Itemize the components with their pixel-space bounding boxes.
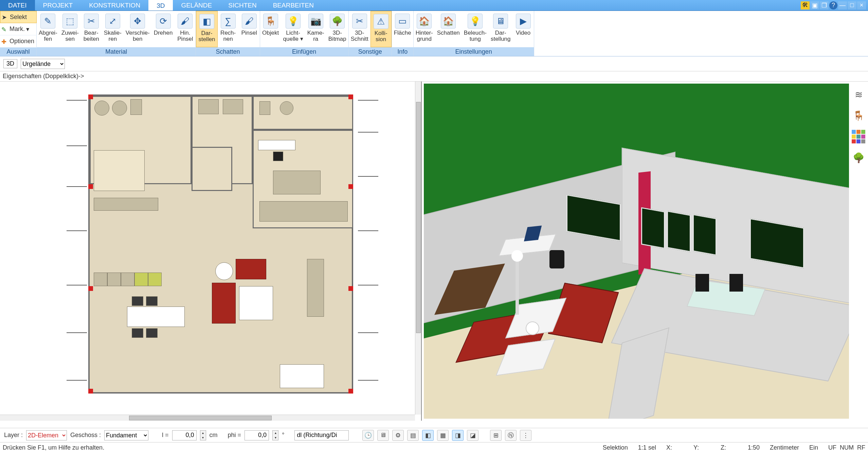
layer-select[interactable]: 2D-Elemen: [26, 430, 67, 440]
properties-hint-bar[interactable]: Eigenschaften (Doppelklick)->: [0, 71, 868, 82]
menu-tab-sichten[interactable]: SICHTEN: [220, 0, 265, 11]
window-icon-1[interactable]: ▣: [810, 1, 819, 10]
tool-clock-icon[interactable]: 🕒: [362, 430, 374, 441]
verschieben-icon: ✥: [130, 14, 145, 29]
minimize-icon[interactable]: —: [838, 1, 847, 10]
group-label-einstellungen: Einstellungen: [414, 47, 534, 56]
ribbon-group-sonstige: ✂3D- Schnitt⚠Kolli- sion Sonstige: [349, 11, 392, 56]
darstellen-icon: ◧: [199, 14, 214, 29]
status-selection: Selektion: [603, 444, 628, 451]
kitchen-unit-3: [121, 273, 134, 286]
ribbon-verschieben-button[interactable]: ✥Verschie- ben: [124, 11, 152, 47]
ribbon-skalieren-button[interactable]: ⤢Skalie- ren: [102, 11, 124, 47]
storey-select[interactable]: Fundament: [104, 430, 148, 440]
tree-icon[interactable]: 🌳: [852, 151, 865, 164]
lichtquelle-icon: 💡: [286, 14, 301, 29]
ribbon-hinpinsel-button[interactable]: 🖌Hin. Pinsel: [175, 11, 196, 47]
menu-tab-gelaende[interactable]: GELÄNDE: [173, 0, 220, 11]
ribbon-3dbitmap-button[interactable]: 🌳3D- Bitmap: [326, 11, 348, 47]
menu-tab-konstruktion[interactable]: KONSTRUKTION: [81, 0, 148, 11]
drehen-icon: ⟳: [156, 14, 171, 29]
tool-north-icon[interactable]: Ⓝ: [505, 430, 517, 441]
mark-tool-button[interactable]: ✎ Mark. ▾: [0, 23, 37, 35]
ribbon-drehen-button[interactable]: ⟳Drehen: [152, 11, 175, 47]
ribbon-zuweisen-button[interactable]: ⬚Zuwei- sen: [59, 11, 81, 47]
select-tool-button[interactable]: ➤ Selekt: [0, 11, 37, 23]
kitchen-unit-4: [134, 273, 148, 286]
scrollbar-horizontal-2d[interactable]: [0, 415, 415, 421]
pinsel-icon: 🖌: [242, 14, 257, 29]
menu-tab-3d[interactable]: 3D: [148, 0, 173, 11]
direction-input[interactable]: [294, 430, 349, 440]
3d-scene[interactable]: [424, 84, 862, 419]
tool-stack-icon[interactable]: ▤: [407, 430, 419, 441]
sub-toolbar: 3D Urgelände: [0, 56, 868, 71]
plan-2d-viewport[interactable]: [0, 82, 422, 421]
ribbon-darstellen-button[interactable]: ◧Dar- stellen: [196, 11, 217, 47]
ribbon-kollision-button[interactable]: ⚠Kolli- sion: [370, 11, 392, 47]
furniture-bed-2: [273, 171, 321, 194]
tool-layers-toggle[interactable]: ◧: [422, 430, 434, 441]
tool-planes-toggle[interactable]: ◨: [452, 430, 464, 441]
menu-tab-projekt[interactable]: PROJEKT: [35, 0, 81, 11]
floor-plan[interactable]: [34, 85, 374, 404]
tool-gears-icon[interactable]: ⚙: [392, 430, 404, 441]
tool-shade-icon[interactable]: ◪: [467, 430, 478, 441]
ribbon-3dschnitt-button[interactable]: ✂3D- Schnitt: [349, 11, 370, 47]
ribbon-objekt-button[interactable]: 🪑Objekt: [260, 11, 281, 47]
ribbon-flaeche-button[interactable]: ▭Fläche: [392, 11, 413, 47]
furniture-icon[interactable]: 🪑: [852, 109, 865, 122]
ribbon-bearbeiten-button[interactable]: ✂Bear- beiten: [81, 11, 102, 47]
mark-icon: ✎: [1, 26, 8, 33]
furniture-shelving: [259, 201, 348, 222]
ribbon-schatten2-button[interactable]: 🏠Schatten: [435, 11, 462, 47]
ribbon-darstellung-button[interactable]: 🖥Dar- stellung: [489, 11, 513, 47]
pinsel-label: Pinsel: [241, 30, 257, 36]
options-button[interactable]: ✚ Optionen: [0, 35, 37, 48]
ribbon-pinsel-button[interactable]: 🖌Pinsel: [239, 11, 260, 47]
maximize-icon[interactable]: □: [848, 1, 856, 10]
layers-icon[interactable]: ≋: [852, 88, 865, 101]
ribbon-group-auswahl: ➤ Selekt ✎ Mark. ▾ ✚ Optionen Auswahl: [0, 11, 37, 56]
view-mode-badge[interactable]: 3D: [3, 59, 17, 68]
furniture-sofa-red-l: [212, 283, 236, 324]
terrain-layer-select[interactable]: Urgelände: [21, 59, 65, 69]
furniture-dining-table: [127, 307, 185, 327]
length-spinner[interactable]: ▴▾: [200, 430, 206, 440]
fixture-washer: [198, 99, 219, 114]
ribbon-kamera-button[interactable]: 📷Kame- ra: [305, 11, 326, 47]
tools-icon[interactable]: 🛠: [801, 1, 810, 10]
angle-input[interactable]: [245, 430, 269, 440]
hinpinsel-label: Hin. Pinsel: [177, 30, 193, 42]
ribbon-hintergrund-button[interactable]: 🏠Hinter- grund: [414, 11, 435, 47]
help-icon[interactable]: ?: [829, 1, 837, 10]
tool-monitor-icon[interactable]: 🖥: [377, 430, 389, 441]
render-3d-viewport[interactable]: [422, 82, 868, 421]
darstellung-icon: 🖥: [493, 14, 508, 29]
chevron-down-icon: ▾: [26, 25, 29, 33]
3dschnitt-label: 3D- Schnitt: [351, 30, 368, 42]
ribbon-abgreifen-button[interactable]: ✎Abgrei- fen: [37, 11, 59, 47]
3dbitmap-label: 3D- Bitmap: [328, 30, 346, 42]
ribbon-video-button[interactable]: ▶Video: [513, 11, 534, 47]
flaeche-icon: ▭: [395, 14, 410, 29]
tool-hatch-icon[interactable]: ▦: [437, 430, 449, 441]
ribbon-rechnen-button[interactable]: ∑Rech- nen: [218, 11, 239, 47]
scrollbar-vertical-2d[interactable]: [415, 82, 421, 415]
marker-2: [348, 94, 353, 99]
status-num: NUM: [840, 444, 854, 451]
menu-tab-datei[interactable]: DATEI: [0, 0, 35, 11]
length-input[interactable]: [172, 430, 197, 440]
ribbon-lichtquelle-button[interactable]: 💡Licht- quelle ▾: [281, 11, 305, 47]
marker-3: [88, 184, 93, 189]
menu-tab-bearbeiten[interactable]: BEARBEITEN: [265, 0, 322, 11]
close-icon[interactable]: ×: [857, 1, 866, 10]
window-icon-2[interactable]: ❐: [820, 1, 829, 10]
materials-palette-icon[interactable]: [852, 130, 865, 143]
ribbon-beleuchtung-button[interactable]: 💡Beleuch- tung: [462, 11, 489, 47]
tool-menu-icon[interactable]: ⋮: [520, 430, 531, 441]
tool-grid-icon[interactable]: ⊞: [490, 430, 502, 441]
skalieren-icon: ⤢: [105, 14, 120, 29]
ribbon: ➤ Selekt ✎ Mark. ▾ ✚ Optionen Auswahl ✎A…: [0, 11, 868, 56]
angle-spinner[interactable]: ▴▾: [272, 430, 278, 440]
